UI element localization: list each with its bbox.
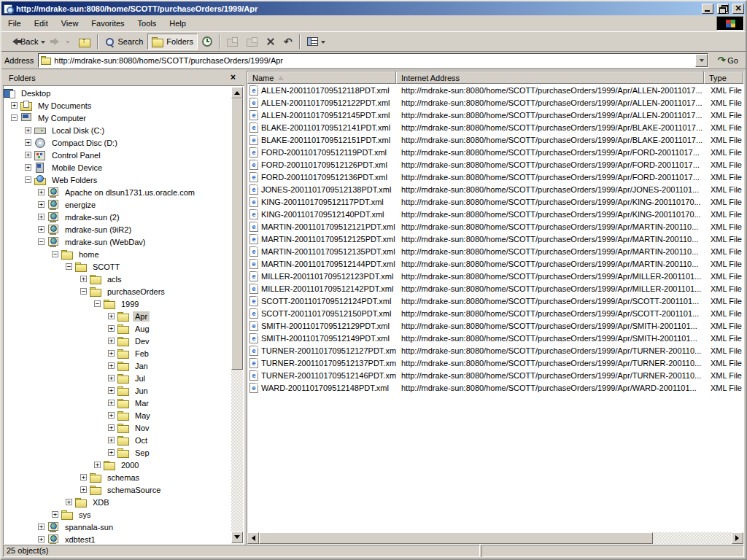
expand-icon[interactable]: + [108, 424, 115, 431]
expand-icon[interactable]: + [108, 350, 115, 357]
file-row[interactable]: TURNER-2001101709512146PDT.xmlhttp://mdr… [247, 369, 743, 381]
column-header-internet-address[interactable]: Internet Address [396, 71, 704, 84]
forward-dropdown-icon[interactable] [66, 41, 70, 46]
menu-edit[interactable]: Edit [28, 17, 55, 30]
file-name[interactable]: MILLER-2001101709512142PDT.xml [261, 284, 393, 293]
tree-item-1999[interactable]: −1999 [4, 298, 231, 310]
back-button[interactable]: Back [4, 34, 50, 50]
tree-item-dev[interactable]: +Dev [4, 335, 231, 347]
scroll-left-button[interactable] [247, 532, 259, 544]
collapse-icon[interactable]: − [38, 238, 44, 245]
file-name[interactable]: SMITH-2001101709512149PDT.xml [261, 334, 390, 343]
tree-item-schemasource[interactable]: +schemaSource [4, 483, 231, 496]
file-row[interactable]: MILLER-2001101709512142PDT.xmlhttp://mdr… [247, 282, 743, 295]
tree-item-schemas[interactable]: +schemas [4, 471, 231, 483]
close-button[interactable] [732, 4, 744, 14]
file-row[interactable]: FORD-2001101709512136PDT.xmlhttp://mdrak… [247, 171, 743, 183]
file-row[interactable]: ALLEN-2001101709512122PDT.xmlhttp://mdra… [247, 96, 743, 109]
file-row[interactable]: TURNER-2001101709512137PDT.xmlhttp://mdr… [247, 357, 743, 369]
file-row[interactable]: MARTIN-2001101709512135PDT.xmlhttp://mdr… [247, 245, 743, 257]
tree-item-mdrake-sun-2[interactable]: +mdrake-sun (2) [4, 211, 231, 223]
tree-item-control-panel[interactable]: +Control Panel [4, 149, 231, 161]
go-button[interactable]: ↷ Go [713, 55, 743, 66]
tree-item-spannala-sun[interactable]: +spannala-sun [4, 521, 231, 533]
tree-item-xdb[interactable]: +XDB [4, 496, 231, 508]
expand-icon[interactable]: + [108, 387, 115, 394]
expand-icon[interactable]: + [108, 412, 115, 419]
tree-item-nov[interactable]: +Nov [4, 421, 231, 434]
address-value[interactable]: http://mdrake-sun:8080/home/SCOTT/purcha… [54, 56, 695, 65]
file-name[interactable]: MARTIN-2001101709512125PDT.xml [261, 235, 395, 244]
tree-item-apache-on-dlsun1731-us-oracle-com[interactable]: +Apache on dlsun1731.us.oracle.com [4, 186, 231, 198]
tree-item-jun[interactable]: +Jun [4, 384, 231, 397]
list-horizontal-scrollbar[interactable] [247, 532, 743, 544]
file-row[interactable]: KING-2001101709512117PDT.xmlhttp://mdrak… [247, 195, 743, 208]
tree-item-oct[interactable]: +Oct [4, 434, 231, 446]
folders-button[interactable]: Folders [147, 34, 198, 50]
expand-icon[interactable]: + [66, 499, 72, 505]
tree-item-2000[interactable]: +2000 [4, 459, 231, 471]
expand-icon[interactable]: + [108, 362, 115, 369]
expand-icon[interactable]: + [11, 102, 18, 109]
file-row[interactable]: MARTIN-2001101709512144PDT.xmlhttp://mdr… [247, 257, 743, 270]
collapse-icon[interactable]: − [80, 288, 87, 295]
file-name[interactable]: KING-2001101709512140PDT.xml [261, 210, 384, 219]
file-row[interactable]: KING-2001101709512140PDT.xmlhttp://mdrak… [247, 208, 743, 220]
file-name[interactable]: BLAKE-2001101709512151PDT.xml [261, 136, 390, 144]
file-name[interactable]: TURNER-2001101709512137PDT.xml [261, 359, 396, 368]
expand-icon[interactable]: + [25, 139, 31, 146]
tree-item-local-disk-c[interactable]: +Local Disk (C:) [4, 124, 231, 136]
scroll-up-button[interactable] [231, 87, 243, 98]
views-button[interactable] [303, 34, 330, 50]
undo-button[interactable]: ↶ [279, 34, 297, 50]
expand-icon[interactable]: + [108, 325, 115, 332]
file-name[interactable]: FORD-2001101709512119PDT.xml [261, 148, 387, 157]
file-name[interactable]: FORD-2001101709512136PDT.xml [261, 173, 387, 182]
expand-icon[interactable]: + [38, 226, 44, 233]
copy-to-button[interactable] [242, 34, 262, 50]
forward-button[interactable] [50, 34, 74, 50]
file-name[interactable]: ALLEN-2001101709512118PDT.xml [261, 86, 390, 95]
tree-vertical-scrollbar[interactable] [231, 87, 243, 543]
expand-icon[interactable]: + [38, 189, 44, 195]
menu-file[interactable]: File [1, 17, 28, 30]
file-name[interactable]: ALLEN-2001101709512122PDT.xml [261, 98, 390, 107]
scroll-right-button[interactable] [732, 532, 743, 544]
tree-item-compact-disc-d[interactable]: +Compact Disc (D:) [4, 136, 231, 149]
file-name[interactable]: MARTIN-2001101709512144PDT.xml [261, 260, 395, 268]
tree-item-mdrake-sun-9ir2[interactable]: +mdrake-sun (9iR2) [4, 223, 231, 236]
expand-icon[interactable]: + [25, 152, 31, 158]
collapse-icon[interactable]: − [66, 263, 72, 270]
tree-item-acls[interactable]: +acls [4, 273, 231, 285]
menu-help[interactable]: Help [163, 17, 193, 30]
file-row[interactable]: WARD-2001101709512148PDT.xmlhttp://mdrak… [247, 381, 743, 394]
minimize-button[interactable] [702, 4, 713, 14]
file-row[interactable]: JONES-2001101709512138PDT.xmlhttp://mdra… [247, 183, 743, 195]
collapse-icon[interactable]: − [52, 251, 58, 257]
file-name[interactable]: TURNER-2001101709512146PDT.xml [261, 371, 396, 380]
expand-icon[interactable]: + [52, 511, 58, 518]
tree-item-xdbtest1[interactable]: +xdbtest1 [4, 533, 231, 545]
expand-icon[interactable]: + [108, 449, 115, 456]
tree-item-scott[interactable]: −SCOTT [4, 260, 231, 273]
file-name[interactable]: TURNER-2001101709512127PDT.xml [261, 346, 396, 355]
file-name[interactable]: MARTIN-2001101709512121PDT.xml [261, 222, 395, 231]
tree-item-mobile-device[interactable]: +Mobile Device [4, 161, 231, 174]
folders-pane-close-icon[interactable]: × [228, 73, 239, 83]
expand-icon[interactable]: + [38, 524, 44, 530]
collapse-icon[interactable]: − [94, 300, 101, 307]
scroll-thumb[interactable] [231, 98, 243, 370]
expand-icon[interactable]: + [25, 164, 31, 171]
history-button[interactable] [198, 34, 217, 50]
file-name[interactable]: JONES-2001101709512138PDT.xml [261, 185, 391, 194]
collapse-icon[interactable]: − [25, 176, 31, 183]
file-row[interactable]: BLAKE-2001101709512141PDT.xmlhttp://mdra… [247, 121, 743, 133]
restore-button[interactable] [717, 4, 729, 14]
tree-item-mdrake-sun-webdav[interactable]: −mdrake-sun (WebDav) [4, 236, 231, 248]
menu-view[interactable]: View [55, 17, 85, 30]
tree-item-sys[interactable]: +sys [4, 508, 231, 521]
scroll-thumb[interactable] [259, 532, 653, 544]
tree-item-sep[interactable]: +Sep [4, 446, 231, 459]
search-button[interactable]: Search [101, 34, 147, 50]
address-input[interactable]: http://mdrake-sun:8080/home/SCOTT/purcha… [38, 53, 708, 68]
